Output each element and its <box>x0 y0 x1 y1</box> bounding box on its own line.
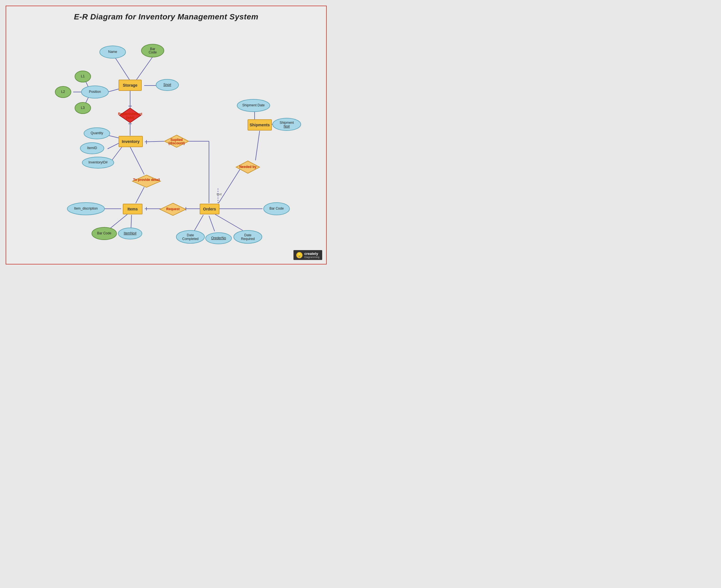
shipno-label2: No# <box>284 124 290 128</box>
supplied-label2: (discount) <box>168 141 185 145</box>
itemid-label: ItemID <box>87 146 97 150</box>
brand-name: creately <box>304 252 319 256</box>
brand-text: creately Diagramming <box>304 252 319 258</box>
svg-line-22 <box>194 215 203 231</box>
toprovide-label1: To provide detail <box>133 178 160 182</box>
sno-label: Sno# <box>163 83 171 87</box>
er-diagram-svg: Storage Inventory Items Orders Shipments… <box>6 6 326 264</box>
svg-line-15 <box>130 147 144 174</box>
l3-label: L3 <box>81 106 85 110</box>
storage-label: Storage <box>123 83 137 87</box>
inventory-label: Inventory <box>122 139 139 144</box>
barcode-green-storage-label2: Code <box>149 50 157 54</box>
barcode-green-items-label: Bar Code <box>97 231 112 235</box>
daterequired-label2: Required <box>241 237 255 241</box>
datecompleted-label1: Date <box>187 233 194 237</box>
l1-label: L1 <box>81 74 85 78</box>
position-label: Position <box>89 90 101 94</box>
diagram-container: E-R Diagram for Inventory Management Sys… <box>6 6 327 265</box>
item-desc-label: Item_discription <box>74 207 98 210</box>
datecompleted-label2: Completed <box>182 237 199 241</box>
replenishment-label1: Replenishment <box>118 112 142 116</box>
svg-line-23 <box>209 216 215 231</box>
replenishment-label2: (add) <box>126 115 134 120</box>
shipments-label: Shipments <box>249 123 270 127</box>
itemno-label: ItemNo# <box>124 231 137 235</box>
svg-line-18 <box>109 214 127 229</box>
bulb-emoji: 💡 <box>297 253 302 257</box>
brand-tagline: Diagramming <box>304 256 319 258</box>
name-label: Name <box>108 50 117 54</box>
text-label: text <box>217 192 222 196</box>
svg-line-26 <box>219 167 241 203</box>
svg-line-27 <box>256 131 260 160</box>
shipno-label1: Shipment <box>280 121 294 125</box>
svg-line-1 <box>136 57 153 81</box>
orders-label: Orders <box>203 207 216 211</box>
svg-line-11 <box>112 145 123 160</box>
shipdate-label: Shipment Date <box>242 103 265 107</box>
svg-line-24 <box>215 214 243 230</box>
neededby-label: Needed by <box>239 165 257 169</box>
svg-line-12 <box>145 141 166 142</box>
request-label: Request <box>166 207 179 211</box>
quantity-label: Quantity <box>91 131 103 135</box>
items-label: Items <box>127 207 138 211</box>
svg-line-16 <box>136 187 144 203</box>
svg-line-0 <box>115 57 130 81</box>
barcode-teal-label: Bar Code <box>269 207 284 210</box>
daterequired-label1: Date <box>244 233 252 237</box>
inventoryid-label: InventoryID# <box>88 160 107 164</box>
bulb-icon: 💡 <box>296 252 302 258</box>
branding: 💡 creately Diagramming <box>294 250 322 260</box>
orderno-label: OrederNo <box>211 236 226 240</box>
svg-line-19 <box>131 215 132 229</box>
l2-label: L2 <box>61 90 65 94</box>
